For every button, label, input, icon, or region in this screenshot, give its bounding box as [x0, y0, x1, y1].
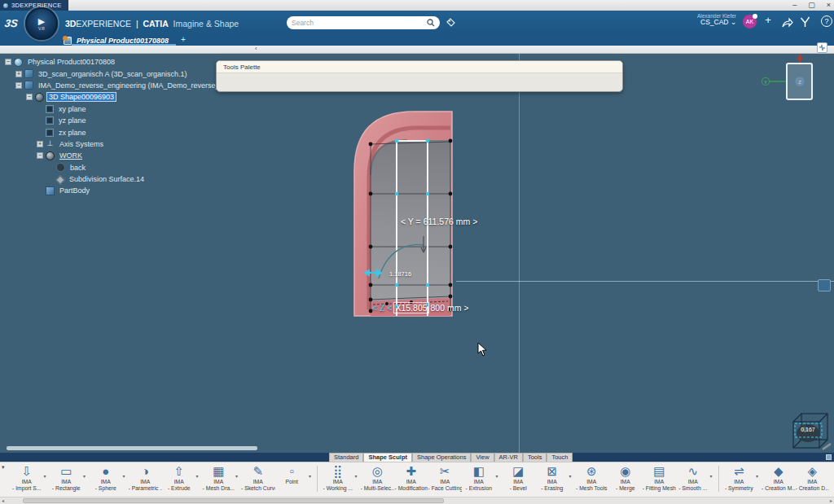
toolbar-item-ima-merge[interactable]: ◉IMA- Merge	[608, 463, 643, 492]
toolbar-item-ima-erasing[interactable]: ⊠IMA- Erasing	[535, 463, 569, 492]
tag-icon[interactable]	[446, 17, 456, 28]
toolbar-scroll-thumb[interactable]	[23, 498, 444, 503]
tools-palette[interactable]: Tools Palette	[216, 60, 623, 92]
tree-item-xy-plane[interactable]: xy plane	[3, 103, 272, 115]
ima-rectangle-icon[interactable]: ▭	[50, 464, 84, 479]
tree-item-label[interactable]: Physical Product00170808	[26, 58, 116, 66]
global-search[interactable]	[287, 16, 440, 29]
ima-smooth-icon[interactable]: ∿	[676, 464, 710, 479]
ima-multi-select-icon[interactable]: ◎	[361, 464, 395, 479]
toolbar-item-ima-parametric[interactable]: ◑IMA- Parametric ...	[129, 463, 163, 492]
minus-expander-icon[interactable]: −	[5, 59, 11, 65]
point-icon[interactable]: ▫	[275, 464, 309, 479]
minus-expander-icon[interactable]: −	[37, 152, 43, 159]
right-edge-panel-button[interactable]	[818, 279, 831, 291]
tree-item-label[interactable]: PartBody	[58, 186, 91, 195]
ima-creation-d-icon[interactable]: ◈	[796, 464, 830, 479]
tree-item-label[interactable]: Subdivision Surface.14	[68, 175, 146, 183]
point-dropdown-caret[interactable]: ▾	[309, 463, 314, 479]
plus-expander-icon[interactable]: +	[15, 71, 22, 77]
ima-erasing-dropdown-caret[interactable]: ▾	[569, 463, 575, 479]
tree-item-label[interactable]: back	[68, 164, 87, 172]
action-bar-toggle[interactable]	[826, 454, 832, 460]
share-icon[interactable]	[780, 17, 795, 28]
ima-erasing-icon[interactable]: ⊠	[535, 464, 569, 479]
ima-merge-icon[interactable]: ◉	[608, 464, 643, 479]
toolbar-item-ima-smooth[interactable]: ∿IMA- Smooth ...	[676, 463, 710, 492]
tree-item-label[interactable]: Axis Systems	[58, 140, 105, 148]
toolbar-tab-standard[interactable]: Standard	[329, 453, 363, 462]
dassault-logo[interactable]: 3S	[4, 17, 19, 29]
ima-import-s-icon[interactable]: ⇩	[10, 464, 44, 479]
ima-extrude-dropdown-caret[interactable]: ▾	[196, 463, 202, 479]
tree-horizontal-scrollbar[interactable]	[7, 446, 257, 450]
toolbar-item-ima-working[interactable]: ⣿IMA- Working ...	[321, 463, 355, 492]
ima-import-s-dropdown-caret[interactable]: ▾	[44, 463, 50, 479]
toolbar-item-ima-rectangle[interactable]: ▭IMA- Rectangle	[50, 463, 84, 492]
toolbar-item-ima-extrude[interactable]: ⇧IMA- Extrude	[162, 463, 196, 492]
3dcompass-user-icon[interactable]	[798, 16, 813, 28]
tree-item-back[interactable]: back	[3, 162, 272, 173]
toolbar-item-ima-face-cutting[interactable]: ✂IMA- Face Cutting	[428, 463, 463, 492]
minimize-button[interactable]: –	[792, 0, 797, 11]
toolbar-item-ima-extrusion[interactable]: ◧IMA- Extrusion	[462, 463, 496, 492]
tree-item-partbody[interactable]: PartBody	[3, 185, 272, 196]
toolbar-item-ima-symmetry[interactable]: ⇌IMA- Symmetry	[722, 463, 757, 492]
toolbar-item-ima-sphere[interactable]: ●IMA- Sphere	[89, 463, 123, 492]
close-button[interactable]: ×	[827, 0, 831, 11]
maximize-button[interactable]: ▢	[808, 0, 815, 11]
subdivision-surface-model[interactable]	[342, 106, 489, 326]
toolbar-item-ima-sketch-curve[interactable]: ✎IMA- Sketch Curve	[241, 463, 275, 492]
tree-item-subdivision-surface-14[interactable]: Subdivision Surface.14	[3, 173, 272, 185]
scroll-right-arrow[interactable]: ▸	[830, 497, 832, 504]
add-content-button[interactable]: +	[761, 14, 775, 26]
toolbar-item-point[interactable]: ▫Point	[275, 463, 309, 485]
toolbar-tab-view[interactable]: View	[471, 453, 494, 462]
toolbar-scrollbar[interactable]: ◂ ▸	[0, 497, 834, 504]
toolbar-item-ima-mesh-tools[interactable]: ⊛IMA- Mesh Tools	[575, 463, 609, 492]
scroll-left-arrow[interactable]: ◂	[2, 497, 4, 504]
toolbar-item-ima-modification[interactable]: ✚IMA- Modification	[394, 463, 428, 492]
tree-item-label[interactable]: xy plane	[57, 105, 88, 113]
restore-layout-button[interactable]	[817, 42, 827, 53]
ima-extrusion-dropdown-caret[interactable]: ▾	[496, 463, 502, 479]
ima-mesh-draw-dropdown-caret[interactable]: ▾	[235, 463, 241, 479]
tree-item-zx-plane[interactable]: zx plane	[3, 126, 272, 138]
minus-expander-icon[interactable]: −	[26, 94, 33, 100]
search-icon[interactable]	[427, 19, 435, 27]
toolbar-tab-shape-sculpt[interactable]: Shape Sculpt	[363, 453, 412, 462]
tree-item-work[interactable]: −WORK	[3, 150, 272, 161]
ima-mesh-tools-icon[interactable]: ⊛	[575, 464, 609, 479]
tree-item-label[interactable]: zx plane	[57, 129, 88, 137]
avatar[interactable]: AK	[743, 15, 757, 28]
plus-expander-icon[interactable]: +	[37, 141, 43, 147]
user-role-dropdown[interactable]: CS_CAD ⌄	[697, 19, 736, 26]
ima-sphere-icon[interactable]: ●	[89, 464, 123, 479]
toolbar-item-ima-multi-select[interactable]: ◎IMA- Multi-Selec...	[361, 463, 395, 492]
ima-fitting-mesh-icon[interactable]: ▤	[643, 464, 677, 479]
minus-expander-icon[interactable]: −	[15, 82, 22, 89]
toolbar-tab-touch[interactable]: Touch	[546, 453, 573, 462]
tree-item-label[interactable]: 3D_scan_organisch A (3D_scan_organisch.1…	[37, 70, 189, 78]
ima-symmetry-icon[interactable]: ⇌	[722, 464, 757, 479]
compass-menu-button[interactable]: ▶ V.R	[25, 7, 58, 40]
ima-mesh-draw-icon[interactable]: ▦	[202, 464, 236, 479]
toolbar-item-ima-bevel[interactable]: ◪IMA- Bevel	[502, 463, 536, 492]
ima-creation-m-icon[interactable]: ◆	[762, 464, 796, 479]
collapse-tree-arrow[interactable]: ‹	[255, 45, 257, 52]
view-cube[interactable]: 0,167	[784, 409, 834, 453]
ima-sketch-curve-icon[interactable]: ✎	[241, 464, 275, 479]
toolbar-tab-tools[interactable]: Tools	[523, 453, 547, 462]
ima-parametric-icon[interactable]: ◑	[129, 464, 163, 479]
ima-face-cutting-icon[interactable]: ✂	[428, 464, 463, 479]
ima-modification-icon[interactable]: ✚	[394, 464, 428, 479]
ima-working-icon[interactable]: ⣿	[321, 464, 355, 479]
ima-extrude-icon[interactable]: ⇧	[162, 464, 196, 479]
tab-physical-product[interactable]: Physical Product00170808	[64, 36, 170, 46]
help-icon[interactable]: ?	[821, 15, 832, 27]
toolbar-overflow-chevron[interactable]: ▾	[2, 464, 5, 471]
toolbar-tab-ar-vr[interactable]: AR-VR	[494, 453, 523, 462]
search-input[interactable]	[292, 19, 427, 27]
ima-rectangle-dropdown-caret[interactable]: ▾	[83, 463, 89, 479]
toolbar-item-ima-fitting-mesh[interactable]: ▤IMA- Fitting Mesh	[643, 463, 677, 492]
